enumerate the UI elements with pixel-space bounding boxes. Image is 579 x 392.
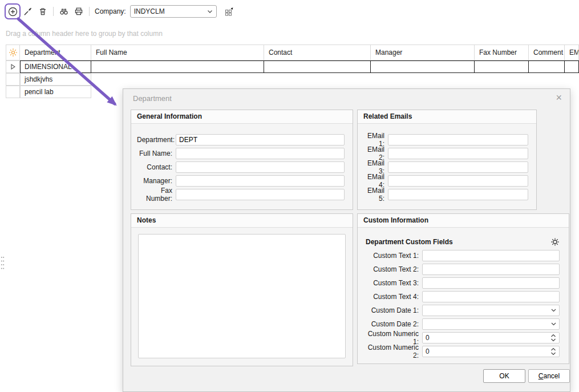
- custom-text-3-input[interactable]: [422, 277, 560, 289]
- form-row: Custom Date 1:: [366, 304, 560, 317]
- table-row[interactable]: DIMENSIONAL: [6, 60, 579, 73]
- drag-dots-icon: [1, 256, 5, 270]
- add-button[interactable]: [5, 3, 21, 19]
- form-row: Department:: [137, 133, 345, 147]
- related-emails-group: Related Emails EMail 1: EMail 2: EMail 3…: [357, 110, 537, 210]
- cell-full-name: [91, 73, 264, 86]
- general-information-group: General Information Department: Full Nam…: [131, 110, 353, 210]
- cell-department: DIMENSIONAL: [20, 60, 91, 73]
- email-5-input[interactable]: [388, 189, 528, 200]
- toolbar: Company: INDYCLM: [0, 0, 579, 23]
- find-button[interactable]: [56, 4, 71, 19]
- custom-text-1-input[interactable]: [422, 250, 560, 261]
- form-row: Manager:: [137, 174, 345, 188]
- cell-department: jshdkjvhs: [20, 73, 91, 86]
- column-header-email[interactable]: EMail 1: [565, 45, 579, 60]
- splitter-handle[interactable]: [1, 256, 5, 272]
- edit-button[interactable]: [21, 4, 35, 19]
- cell-email: [565, 60, 579, 73]
- chevron-down-icon: [207, 10, 213, 14]
- custom-numeric-1-input[interactable]: 0: [422, 332, 560, 343]
- cell-full-name: [91, 60, 264, 73]
- spinner-icon[interactable]: [550, 334, 556, 342]
- customization-column-header[interactable]: [6, 45, 20, 60]
- field-label: Custom Text 1:: [366, 252, 419, 260]
- custom-date-1-input[interactable]: [422, 305, 560, 316]
- row-indicator-cell: [6, 86, 20, 98]
- email-3-input[interactable]: [388, 161, 528, 173]
- field-label: Custom Date 2:: [366, 320, 419, 328]
- email-4-input[interactable]: [388, 175, 528, 187]
- group-by-hint: Drag a column header here to group by th…: [6, 30, 163, 38]
- email-1-input[interactable]: [388, 134, 528, 146]
- company-label: Company:: [95, 7, 126, 15]
- chevron-down-icon: [551, 309, 556, 312]
- notes-textarea[interactable]: [138, 234, 346, 358]
- manager-input[interactable]: [176, 175, 345, 187]
- fax-number-input[interactable]: [176, 189, 345, 200]
- column-header-contact[interactable]: Contact: [264, 45, 371, 60]
- custom-numeric-2-input[interactable]: 0: [422, 346, 560, 357]
- column-chooser-icon: [224, 7, 234, 17]
- company-value: INDYCLM: [134, 7, 207, 15]
- custom-text-2-input[interactable]: [422, 264, 560, 275]
- cell-manager: [371, 60, 475, 73]
- form-row: EMail 3:: [363, 160, 528, 174]
- column-header-comment[interactable]: Comment: [529, 45, 565, 60]
- field-label: Custom Text 3:: [366, 279, 419, 287]
- column-header-fax-number[interactable]: Fax Number: [475, 45, 529, 60]
- field-label: Contact:: [137, 163, 172, 171]
- print-button[interactable]: [71, 4, 86, 19]
- form-row: EMail 5:: [363, 188, 528, 201]
- toolbar-separator: [89, 7, 90, 16]
- field-label: EMail 5:: [363, 187, 384, 203]
- cell-comment: [529, 60, 565, 73]
- ok-button-label: OK: [484, 372, 525, 380]
- department-input[interactable]: [176, 134, 345, 146]
- custom-fields-settings-button[interactable]: [550, 237, 560, 246]
- cell-fax-number: [475, 60, 529, 73]
- form-row: Full Name:: [137, 147, 345, 160]
- column-header-full-name[interactable]: Full Name: [91, 45, 264, 60]
- custom-fields-header: Department Custom Fields: [366, 236, 560, 248]
- field-label: Custom Date 1:: [366, 306, 419, 314]
- full-name-input[interactable]: [176, 148, 345, 159]
- delete-button[interactable]: [35, 4, 50, 19]
- form-row: Custom Date 2:: [366, 317, 560, 331]
- layout-options-button[interactable]: [222, 4, 237, 19]
- table-row[interactable]: jshdkjvhs: [6, 73, 579, 86]
- cell-department: pencil lab: [20, 86, 91, 98]
- custom-fields-label: Department Custom Fields: [366, 238, 453, 246]
- sun-icon: [9, 48, 18, 57]
- field-label: Custom Numeric 2:: [366, 343, 419, 359]
- field-label: Custom Text 2:: [366, 265, 419, 273]
- row-indicator-icon: [11, 64, 15, 70]
- form-row: Custom Numeric 1: 0: [366, 331, 560, 345]
- column-header-department[interactable]: Department: [20, 45, 91, 60]
- ok-button[interactable]: OK: [483, 369, 525, 383]
- department-dialog: Department × General Information Departm…: [123, 88, 570, 392]
- cancel-button[interactable]: Cancel: [528, 369, 570, 383]
- custom-date-2-input[interactable]: [422, 318, 560, 330]
- email-2-input[interactable]: [388, 148, 528, 159]
- screwdriver-icon: [23, 7, 33, 16]
- row-indicator-cell: [6, 60, 20, 73]
- close-button[interactable]: ×: [554, 91, 563, 104]
- company-select[interactable]: INDYCLM: [130, 5, 217, 18]
- form-row: Custom Numeric 2: 0: [366, 345, 560, 358]
- form-row: Fax Number:: [137, 188, 345, 201]
- trash-icon: [38, 7, 47, 16]
- cell-contact: [264, 60, 371, 73]
- row-indicator-cell: [6, 73, 20, 86]
- group-title: Custom Information: [358, 214, 569, 228]
- binoculars-icon: [59, 7, 68, 16]
- column-header-manager[interactable]: Manager: [371, 45, 475, 60]
- chevron-down-icon: [551, 322, 556, 326]
- spinner-icon[interactable]: [550, 347, 556, 355]
- add-icon: [8, 7, 18, 17]
- custom-text-4-input[interactable]: [422, 291, 560, 302]
- close-icon: ×: [556, 92, 562, 103]
- form-row: Custom Text 1:: [366, 249, 560, 262]
- numeric-value: 0: [426, 334, 550, 342]
- contact-input[interactable]: [176, 161, 345, 173]
